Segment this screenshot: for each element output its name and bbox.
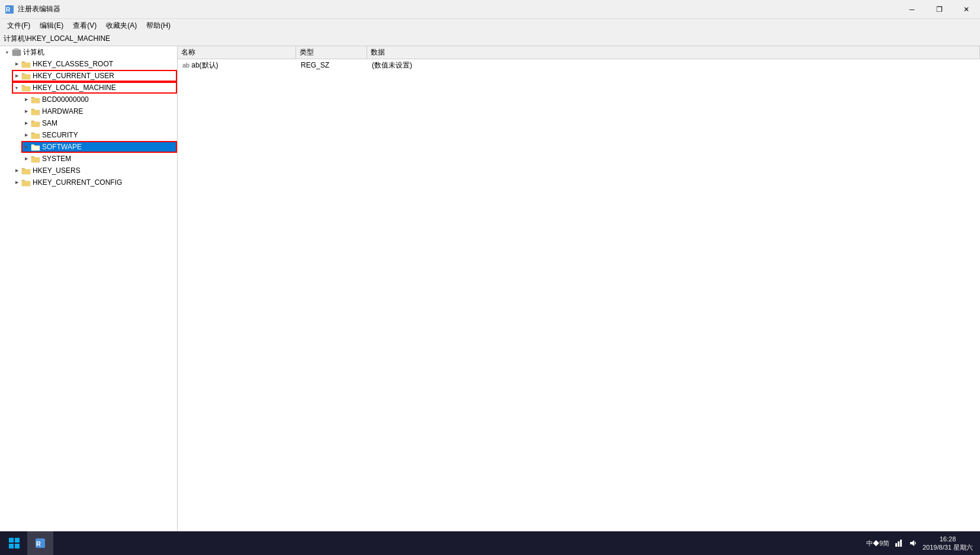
tree-root-label: 计算机 bbox=[23, 47, 44, 57]
expander-hardware[interactable] bbox=[21, 107, 31, 116]
clock-date: 2019/8/31 星期六 bbox=[923, 543, 973, 551]
folder-icon-software bbox=[31, 143, 40, 151]
svg-text:R: R bbox=[6, 7, 11, 13]
menu-view[interactable]: 查看(V) bbox=[68, 20, 101, 32]
row-name: abab(默认) bbox=[180, 59, 298, 72]
network-icon bbox=[894, 538, 904, 548]
tree-item-label: SOFTWAPE bbox=[42, 143, 82, 151]
svg-rect-12 bbox=[31, 158, 40, 162]
tree-panel[interactable]: 计算机 HKEY_CLASSES_ROOT HKEY_CURRENT_USER bbox=[0, 46, 178, 531]
svg-rect-23 bbox=[900, 540, 902, 547]
tree-item-security[interactable]: SECURITY bbox=[21, 129, 177, 141]
main-area: 计算机 HKEY_CLASSES_ROOT HKEY_CURRENT_USER bbox=[0, 46, 980, 531]
tree-item-sam[interactable]: SAM bbox=[21, 117, 177, 129]
restore-button[interactable]: ❐ bbox=[926, 0, 953, 19]
svg-rect-2 bbox=[12, 50, 21, 56]
menu-bar: 文件(F) 编辑(E) 查看(V) 收藏夹(A) 帮助(H) bbox=[0, 19, 980, 32]
svg-text:R: R bbox=[36, 540, 41, 547]
menu-edit[interactable]: 编辑(E) bbox=[35, 20, 68, 32]
col-header-type: 类型 bbox=[296, 46, 367, 59]
svg-rect-21 bbox=[895, 543, 897, 547]
expander-sam[interactable] bbox=[21, 118, 31, 128]
col-header-name: 名称 bbox=[178, 46, 296, 59]
folder-icon-hardware bbox=[31, 107, 40, 116]
folder-icon-current-config bbox=[21, 178, 31, 187]
tree-item-hkey-classes-root[interactable]: HKEY_CLASSES_ROOT bbox=[12, 58, 177, 70]
folder-icon-security bbox=[31, 131, 40, 139]
row-data: (数值未设置) bbox=[369, 59, 978, 72]
tree-item-label: HARDWARE bbox=[42, 107, 83, 116]
menu-favorites[interactable]: 收藏夹(A) bbox=[101, 20, 142, 32]
svg-rect-5 bbox=[22, 75, 30, 79]
expander-computer[interactable] bbox=[2, 47, 12, 57]
tree-item-system[interactable]: SYSTEM bbox=[21, 153, 177, 165]
svg-rect-11 bbox=[31, 146, 40, 150]
expander-local-machine[interactable] bbox=[12, 83, 21, 92]
col-header-data: 数据 bbox=[367, 46, 980, 59]
clock[interactable]: 16:28 2019/8/31 星期六 bbox=[923, 535, 973, 552]
menu-help[interactable]: 帮助(H) bbox=[142, 20, 175, 32]
close-button[interactable]: ✕ bbox=[953, 0, 980, 19]
svg-rect-10 bbox=[31, 134, 40, 139]
registry-row[interactable]: abab(默认) REG_SZ (数值未设置) bbox=[178, 59, 980, 71]
svg-rect-15 bbox=[9, 538, 14, 543]
tree-item-software[interactable]: SOFTWAPE bbox=[21, 141, 177, 153]
start-button[interactable] bbox=[2, 531, 26, 555]
expander-bcd[interactable] bbox=[21, 95, 31, 104]
regedit-taskbar-icon: R bbox=[34, 537, 46, 549]
address-label: 计算机\HKEY_LOCAL_MACHINE bbox=[4, 34, 110, 44]
svg-rect-16 bbox=[15, 538, 20, 543]
tree-item-hkey-current-user[interactable]: HKEY_CURRENT_USER bbox=[12, 70, 177, 82]
tree-item-hkey-users[interactable]: HKEY_USERS bbox=[12, 165, 177, 177]
expander-security[interactable] bbox=[21, 130, 31, 140]
folder-icon-sam bbox=[31, 119, 40, 127]
clock-time: 16:28 bbox=[940, 535, 956, 543]
tree-item-label: HKEY_CLASSES_ROOT bbox=[33, 60, 113, 68]
svg-rect-3 bbox=[14, 49, 18, 50]
menu-file[interactable]: 文件(F) bbox=[2, 20, 35, 32]
svg-rect-17 bbox=[9, 544, 14, 548]
ime-indicator: 中◆9简 bbox=[866, 539, 889, 548]
expander-current-config[interactable] bbox=[12, 178, 21, 187]
tree-item-label: SECURITY bbox=[42, 131, 78, 139]
tree-root-computer[interactable]: 计算机 bbox=[2, 46, 177, 58]
svg-rect-6 bbox=[22, 86, 30, 91]
taskbar-app-regedit[interactable]: R bbox=[27, 531, 53, 555]
tree-item-label: HKEY_CURRENT_CONFIG bbox=[33, 178, 122, 187]
folder-icon-classes-root bbox=[21, 60, 31, 68]
app-icon: R bbox=[5, 5, 14, 14]
expander-system[interactable] bbox=[21, 154, 31, 163]
window-title: 注册表编辑器 bbox=[18, 4, 60, 14]
svg-rect-7 bbox=[31, 98, 40, 103]
tree-item-label: HKEY_LOCAL_MACHINE bbox=[33, 84, 116, 92]
windows-logo-icon bbox=[8, 537, 20, 549]
svg-rect-9 bbox=[31, 122, 40, 127]
taskbar-right: 中◆9简 16:28 2019/8/31 星期六 bbox=[862, 535, 978, 552]
tree-item-label: BCD00000000 bbox=[42, 95, 89, 104]
folder-icon-bcd bbox=[31, 95, 40, 104]
window-controls: ─ ❐ ✕ bbox=[898, 0, 980, 19]
svg-rect-22 bbox=[898, 541, 899, 547]
tree-item-label: HKEY_USERS bbox=[33, 166, 81, 175]
address-bar: 计算机\HKEY_LOCAL_MACHINE bbox=[0, 32, 980, 46]
svg-rect-13 bbox=[22, 169, 30, 174]
folder-icon-system bbox=[31, 155, 40, 163]
expander-classes-root[interactable] bbox=[12, 59, 21, 69]
volume-icon bbox=[908, 538, 918, 548]
expander-software[interactable] bbox=[21, 142, 31, 152]
tree-item-label: SAM bbox=[42, 119, 57, 127]
minimize-button[interactable]: ─ bbox=[898, 0, 926, 19]
tree-item-bcd[interactable]: BCD00000000 bbox=[21, 94, 177, 105]
svg-rect-8 bbox=[31, 110, 40, 115]
tree-item-hkey-current-config[interactable]: HKEY_CURRENT_CONFIG bbox=[12, 177, 177, 188]
row-type: REG_SZ bbox=[298, 60, 369, 70]
expander-users[interactable] bbox=[12, 166, 21, 175]
title-bar: R 注册表编辑器 ─ ❐ ✕ bbox=[0, 0, 980, 19]
svg-rect-14 bbox=[22, 181, 30, 186]
folder-icon-users bbox=[21, 166, 31, 175]
tree-item-label: SYSTEM bbox=[42, 155, 71, 163]
folder-icon-current-user bbox=[21, 72, 31, 80]
expander-current-user[interactable] bbox=[12, 71, 21, 81]
tree-item-hardware[interactable]: HARDWARE bbox=[21, 105, 177, 117]
tree-item-hkey-local-machine[interactable]: HKEY_LOCAL_MACHINE bbox=[12, 82, 177, 94]
